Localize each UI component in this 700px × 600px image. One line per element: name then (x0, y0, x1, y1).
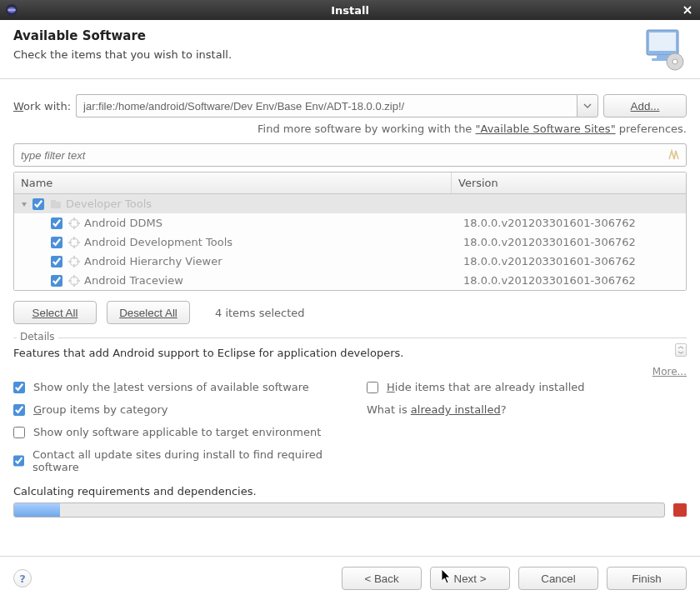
wizard-footer: ? < Back Next > Cancel Finish (0, 556, 700, 600)
item-version: 18.0.0.v201203301601-306762 (457, 274, 686, 287)
tree-item-row[interactable]: Android Traceview 18.0.0.v201203301601-3… (14, 271, 686, 290)
svg-rect-4 (649, 32, 676, 51)
svg-rect-14 (68, 222, 72, 224)
svg-rect-30 (77, 280, 80, 282)
group-by-category-checkbox[interactable] (13, 404, 25, 416)
tree-item-row[interactable]: Android DDMS 18.0.0.v201203301601-306762 (14, 213, 686, 232)
category-checkbox[interactable] (32, 198, 44, 210)
details-scroll-icon[interactable] (675, 343, 687, 357)
install-options: Show only the latest versions of availab… (13, 381, 687, 473)
details-more-link[interactable]: More... (13, 366, 687, 378)
svg-rect-9 (51, 202, 61, 208)
window-titlebar: Install (0, 0, 700, 20)
show-latest-checkbox[interactable] (13, 382, 25, 393)
help-button[interactable]: ? (13, 569, 32, 588)
contact-update-sites-option[interactable]: Contact all update sites during install … (13, 448, 333, 473)
work-with-input[interactable] (76, 94, 577, 118)
plugin-icon (68, 217, 81, 230)
group-by-category-option[interactable]: Group items by category (13, 403, 333, 416)
details-text: Features that add Android support to Ecl… (13, 345, 687, 359)
selected-count-label: 4 items selected (215, 307, 305, 319)
show-latest-option[interactable]: Show only the latest versions of availab… (13, 381, 333, 393)
svg-rect-12 (73, 218, 75, 221)
category-icon (49, 198, 62, 211)
clear-filter-icon[interactable] (667, 148, 682, 162)
deselect-all-button[interactable]: Deselect All (107, 301, 190, 324)
item-checkbox[interactable] (51, 256, 62, 268)
item-name: Android Development Tools (84, 236, 232, 248)
column-version[interactable]: Version (452, 172, 686, 193)
plugin-icon (68, 236, 81, 249)
column-name[interactable]: Name (14, 172, 452, 193)
contact-update-sites-checkbox[interactable] (13, 455, 24, 467)
work-with-combo[interactable] (76, 94, 598, 118)
progress-bar (13, 502, 665, 518)
page-subtitle: Check the items that you wish to install… (13, 48, 632, 61)
install-banner-icon (642, 27, 687, 72)
svg-rect-10 (51, 200, 56, 202)
back-button[interactable]: < Back (342, 567, 422, 590)
hide-installed-checkbox[interactable] (367, 382, 378, 393)
next-button[interactable]: Next > (430, 567, 510, 590)
item-version: 18.0.0.v201203301601-306762 (457, 217, 686, 229)
tree-item-row[interactable]: Android Development Tools 18.0.0.v201203… (14, 232, 686, 252)
svg-rect-19 (68, 242, 72, 243)
item-version: 18.0.0.v201203301601-306762 (457, 255, 686, 268)
svg-rect-29 (68, 280, 72, 282)
tree-item-row[interactable]: Android Hierarchy Viewer 18.0.0.v2012033… (14, 252, 686, 271)
window-title: Install (331, 4, 369, 17)
svg-rect-20 (77, 242, 80, 243)
tree-header: Name Version (14, 172, 686, 194)
details-legend: Details (17, 331, 58, 342)
item-checkbox[interactable] (51, 237, 62, 248)
svg-rect-25 (77, 261, 80, 262)
hide-installed-option[interactable]: Hide items that are already installed (367, 381, 687, 393)
svg-rect-24 (68, 261, 72, 262)
cancel-button[interactable]: Cancel (518, 567, 598, 590)
already-installed-hint: What is already installed? (367, 403, 687, 416)
window-close-button[interactable] (680, 2, 695, 18)
add-site-button[interactable]: Add... (603, 94, 687, 118)
tree-category-row[interactable]: Developer Tools (14, 194, 686, 213)
svg-rect-18 (73, 245, 75, 248)
show-applicable-checkbox[interactable] (13, 427, 25, 438)
stop-button[interactable] (673, 503, 687, 517)
show-applicable-option[interactable]: Show only software applicable to target … (13, 426, 333, 438)
software-tree: Name Version Developer Tools (13, 172, 687, 291)
finish-button[interactable]: Finish (607, 567, 687, 590)
work-with-label: Work with: (13, 100, 71, 112)
svg-rect-27 (73, 275, 75, 278)
svg-point-2 (8, 9, 16, 11)
page-title: Available Software (13, 28, 632, 43)
status-text: Calculating requirements and dependencie… (13, 485, 687, 498)
svg-rect-28 (73, 283, 75, 287)
plugin-icon (68, 255, 81, 268)
item-version: 18.0.0.v201203301601-306762 (457, 236, 686, 248)
work-with-dropdown-button[interactable] (577, 94, 598, 118)
already-installed-link[interactable]: already installed (411, 403, 501, 416)
svg-rect-23 (73, 264, 75, 268)
wizard-header: Available Software Check the items that … (0, 20, 700, 79)
item-checkbox[interactable] (51, 218, 62, 229)
svg-point-8 (672, 59, 678, 64)
svg-rect-5 (657, 55, 668, 58)
item-name: Android Traceview (84, 274, 183, 287)
plugin-icon (68, 274, 81, 288)
details-group: Details Features that add Android suppor… (13, 338, 687, 378)
filter-input[interactable] (13, 143, 687, 167)
svg-rect-22 (73, 256, 75, 259)
select-all-button[interactable]: Select All (13, 301, 97, 324)
expand-toggle-icon[interactable] (19, 199, 29, 209)
svg-rect-13 (73, 226, 75, 229)
item-name: Android Hierarchy Viewer (84, 255, 222, 268)
available-sites-hint: Find more software by working with the "… (13, 122, 687, 135)
svg-rect-17 (73, 237, 75, 240)
item-checkbox[interactable] (51, 275, 62, 287)
eclipse-icon (5, 3, 18, 17)
category-label: Developer Tools (66, 198, 152, 210)
svg-rect-15 (77, 222, 80, 224)
available-software-sites-link[interactable]: "Available Software Sites" (476, 122, 616, 135)
item-name: Android DDMS (84, 217, 162, 229)
